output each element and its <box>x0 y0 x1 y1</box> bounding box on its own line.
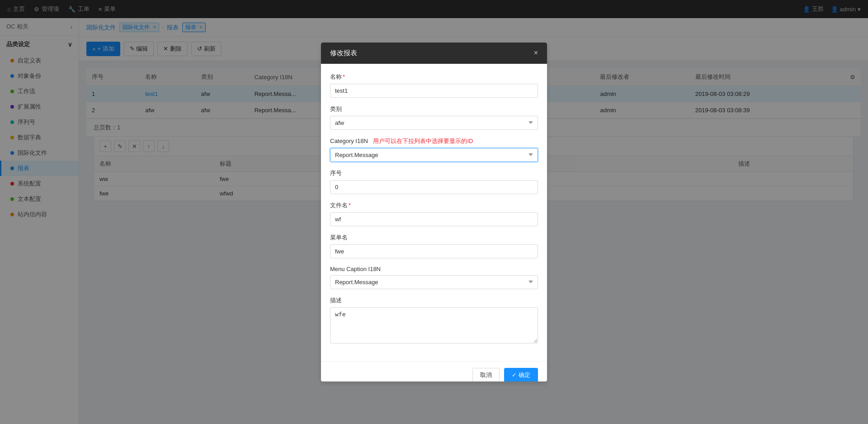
category-i18n-select[interactable]: Report.Message Other.Message <box>330 148 538 162</box>
category-select[interactable]: afw bfw cfw <box>330 116 538 130</box>
name-label: 名称* <box>330 73 538 81</box>
form-group-filename: 文件名* <box>330 201 538 226</box>
cancel-button[interactable]: 取消 <box>472 368 500 382</box>
modal-title: 修改报表 <box>330 49 357 57</box>
modal: 修改报表 × 名称* 类别 afw bfw cfw <box>321 43 547 382</box>
name-input[interactable] <box>330 84 538 98</box>
menu-input[interactable] <box>330 244 538 258</box>
form-group-desc: 描述 wfe <box>330 296 538 345</box>
filename-label: 文件名* <box>330 201 538 210</box>
seq-input[interactable] <box>330 180 538 194</box>
confirm-button[interactable]: ✓ 确定 <box>504 368 538 382</box>
form-group-menu-caption: Menu Caption I18N Report.Message Other.M… <box>330 266 538 289</box>
form-group-category: 类别 afw bfw cfw <box>330 105 538 130</box>
menu-caption-label: Menu Caption I18N <box>330 266 538 272</box>
i18n-annotation: 用户可以在下拉列表中选择要显示的ID <box>373 138 473 144</box>
menu-caption-select[interactable]: Report.Message Other.Message <box>330 275 538 289</box>
seq-label: 序号 <box>330 169 538 177</box>
desc-textarea[interactable]: wfe <box>330 307 538 343</box>
modal-close-button[interactable]: × <box>534 49 538 57</box>
form-group-name: 名称* <box>330 73 538 98</box>
category-i18n-label: Category I18N 用户可以在下拉列表中选择要显示的ID <box>330 137 538 145</box>
category-label: 类别 <box>330 105 538 113</box>
menu-label: 菜单名 <box>330 233 538 242</box>
modal-header: 修改报表 × <box>321 43 547 64</box>
modal-overlay[interactable]: 修改报表 × 名称* 类别 afw bfw cfw <box>0 0 868 424</box>
desc-label: 描述 <box>330 296 538 305</box>
modal-body: 名称* 类别 afw bfw cfw Category I18N <box>321 64 547 361</box>
form-group-category-i18n: Category I18N 用户可以在下拉列表中选择要显示的ID Report.… <box>330 137 538 162</box>
form-group-seq: 序号 <box>330 169 538 194</box>
modal-footer: 取消 ✓ 确定 <box>321 361 547 382</box>
filename-input[interactable] <box>330 212 538 226</box>
form-group-menu: 菜单名 <box>330 233 538 258</box>
